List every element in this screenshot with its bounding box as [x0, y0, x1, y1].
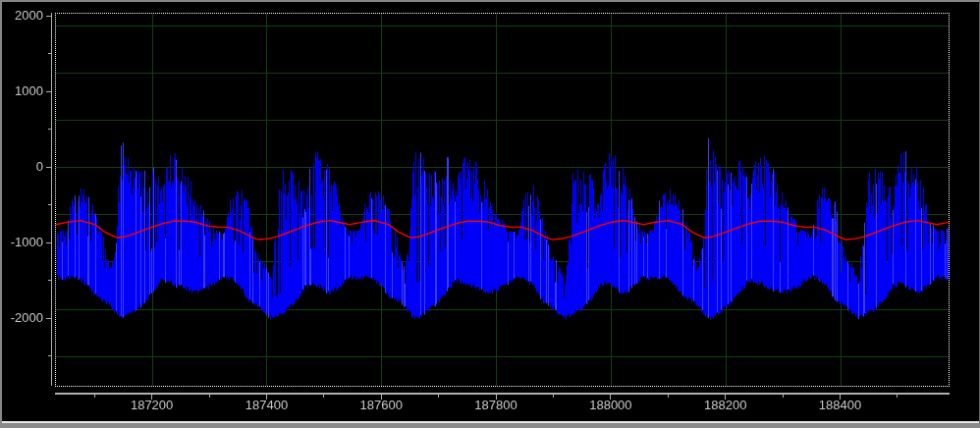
- y-axis-major-tick: [46, 16, 52, 17]
- x-axis-minor-tick: [897, 394, 898, 398]
- window-frame-bottom: [0, 423, 980, 428]
- y-axis-line: [51, 13, 52, 386]
- waveform-plot-canvas[interactable]: [0, 0, 980, 428]
- y-tick-label: 2000: [0, 9, 43, 23]
- x-tick-label: 187400: [237, 399, 296, 412]
- y-axis-minor-tick: [48, 53, 52, 54]
- y-tick-label: -1000: [0, 236, 43, 249]
- x-axis-minor-tick: [438, 394, 439, 398]
- x-tick-label: 188400: [811, 399, 870, 412]
- x-axis-minor-tick: [209, 394, 210, 398]
- window-frame-left: [0, 0, 2, 428]
- x-tick-label: 188000: [581, 399, 640, 412]
- y-axis-major-tick: [46, 242, 52, 243]
- y-tick-label: 0: [0, 160, 43, 174]
- x-tick-label: 187600: [352, 399, 410, 412]
- x-axis-line: [55, 393, 950, 395]
- x-tick-label: 188200: [696, 399, 755, 412]
- y-axis-minor-tick: [48, 129, 52, 130]
- y-axis-major-tick: [46, 167, 52, 168]
- x-tick-label: 187200: [123, 399, 182, 412]
- waveform-viewer-window: 200010000-1000-2000187200187400187600187…: [0, 0, 980, 428]
- y-axis-major-tick: [46, 318, 52, 319]
- y-tick-label: -2000: [0, 311, 43, 325]
- y-axis-minor-tick: [48, 280, 52, 281]
- x-axis-minor-tick: [323, 394, 324, 398]
- y-axis-major-tick: [46, 91, 52, 92]
- y-axis-minor-tick: [48, 355, 52, 356]
- x-axis-minor-tick: [668, 394, 669, 398]
- x-axis-minor-tick: [94, 394, 95, 398]
- y-axis-minor-tick: [48, 204, 52, 205]
- y-tick-label: 1000: [0, 84, 43, 98]
- x-axis-minor-tick: [783, 394, 784, 398]
- x-axis-minor-tick: [553, 394, 554, 398]
- x-tick-label: 187800: [466, 399, 525, 412]
- window-frame-top: [0, 0, 980, 2]
